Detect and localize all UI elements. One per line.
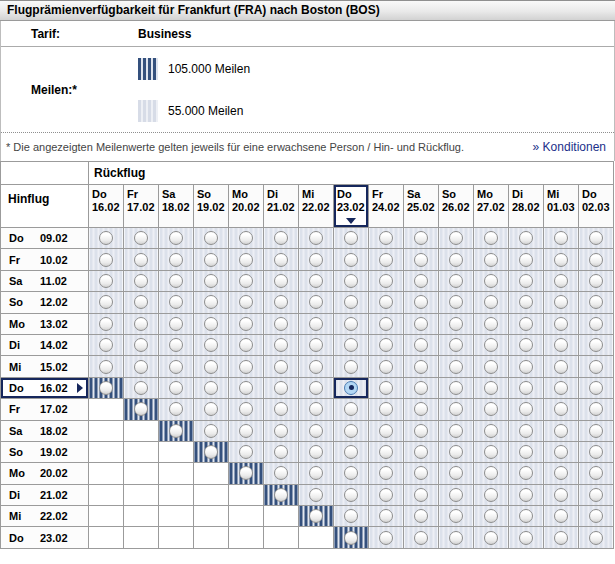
availability-cell-55000[interactable] (264, 356, 299, 377)
availability-cell-55000[interactable] (474, 270, 509, 291)
fare-radio[interactable] (99, 381, 113, 395)
fare-radio[interactable] (309, 253, 323, 267)
fare-radio[interactable] (414, 424, 428, 438)
availability-cell-55000[interactable] (579, 484, 614, 505)
availability-cell-55000[interactable] (404, 270, 439, 291)
availability-cell-55000[interactable] (474, 249, 509, 270)
availability-cell-55000[interactable] (229, 441, 264, 462)
fare-radio[interactable] (204, 253, 218, 267)
fare-radio[interactable] (379, 295, 393, 309)
availability-cell-55000[interactable] (439, 292, 474, 313)
availability-cell-55000[interactable] (509, 506, 544, 527)
fare-radio[interactable] (309, 274, 323, 288)
fare-radio[interactable] (204, 360, 218, 374)
fare-radio[interactable] (484, 445, 498, 459)
fare-radio[interactable] (344, 360, 358, 374)
availability-cell-55000[interactable] (159, 292, 194, 313)
availability-cell-55000[interactable] (404, 399, 439, 420)
fare-radio[interactable] (519, 424, 533, 438)
fare-radio[interactable] (484, 253, 498, 267)
outbound-date-header-mo-1302[interactable]: Mo13.02 (1, 313, 89, 334)
fare-radio[interactable] (169, 295, 183, 309)
outbound-date-header-do-0902[interactable]: Do09.02 (1, 228, 89, 249)
availability-cell-55000[interactable] (124, 292, 159, 313)
fare-radio[interactable] (379, 402, 393, 416)
fare-radio[interactable] (239, 445, 253, 459)
fare-radio[interactable] (519, 253, 533, 267)
fare-radio[interactable] (449, 466, 463, 480)
availability-cell-105000[interactable] (159, 420, 194, 441)
fare-radio[interactable] (449, 509, 463, 523)
availability-cell-selected[interactable] (334, 377, 369, 398)
fare-radio[interactable] (484, 317, 498, 331)
fare-radio[interactable] (414, 466, 428, 480)
availability-cell-55000[interactable] (299, 249, 334, 270)
availability-cell-55000[interactable] (264, 463, 299, 484)
availability-cell-55000[interactable] (404, 506, 439, 527)
availability-cell-105000[interactable] (334, 527, 369, 548)
fare-radio[interactable] (379, 274, 393, 288)
availability-cell-55000[interactable] (229, 228, 264, 249)
fare-radio[interactable] (449, 488, 463, 502)
fare-radio[interactable] (309, 295, 323, 309)
availability-cell-55000[interactable] (229, 249, 264, 270)
availability-cell-55000[interactable] (299, 399, 334, 420)
availability-cell-55000[interactable] (579, 463, 614, 484)
fare-radio[interactable] (589, 360, 603, 374)
fare-radio[interactable] (484, 338, 498, 352)
availability-cell-55000[interactable] (369, 484, 404, 505)
fare-radio[interactable] (519, 488, 533, 502)
fare-radio[interactable] (449, 231, 463, 245)
availability-cell-55000[interactable] (124, 270, 159, 291)
fare-radio[interactable] (274, 402, 288, 416)
return-date-header-fr-1702[interactable]: Fr17.02 (124, 185, 159, 228)
availability-cell-55000[interactable] (334, 484, 369, 505)
availability-cell-55000[interactable] (474, 377, 509, 398)
availability-cell-55000[interactable] (579, 527, 614, 548)
availability-cell-55000[interactable] (334, 228, 369, 249)
availability-cell-55000[interactable] (369, 377, 404, 398)
availability-cell-55000[interactable] (369, 334, 404, 355)
return-date-header-di-2102[interactable]: Di21.02 (264, 185, 299, 228)
fare-radio[interactable] (589, 488, 603, 502)
fare-radio[interactable] (519, 381, 533, 395)
availability-cell-55000[interactable] (474, 334, 509, 355)
availability-cell-55000[interactable] (194, 420, 229, 441)
fare-radio[interactable] (134, 360, 148, 374)
availability-cell-55000[interactable] (544, 292, 579, 313)
fare-radio[interactable] (519, 402, 533, 416)
availability-cell-55000[interactable] (334, 356, 369, 377)
availability-cell-55000[interactable] (544, 527, 579, 548)
fare-radio[interactable] (309, 360, 323, 374)
availability-cell-55000[interactable] (194, 313, 229, 334)
availability-cell-55000[interactable] (369, 270, 404, 291)
fare-radio[interactable] (274, 338, 288, 352)
fare-radio[interactable] (554, 466, 568, 480)
availability-cell-55000[interactable] (264, 249, 299, 270)
fare-radio[interactable] (344, 445, 358, 459)
fare-radio[interactable] (519, 531, 533, 545)
fare-radio[interactable] (239, 402, 253, 416)
availability-cell-55000[interactable] (509, 463, 544, 484)
fare-radio[interactable] (274, 381, 288, 395)
availability-cell-55000[interactable] (299, 441, 334, 462)
fare-radio[interactable] (99, 274, 113, 288)
availability-cell-105000[interactable] (89, 377, 124, 398)
fare-radio[interactable] (239, 424, 253, 438)
fare-radio[interactable] (554, 274, 568, 288)
fare-radio[interactable] (379, 488, 393, 502)
fare-radio[interactable] (379, 253, 393, 267)
fare-radio[interactable] (134, 381, 148, 395)
return-date-header-do-0203[interactable]: Do02.03 (579, 185, 614, 228)
availability-cell-55000[interactable] (509, 249, 544, 270)
availability-cell-55000[interactable] (334, 506, 369, 527)
fare-radio[interactable] (274, 424, 288, 438)
availability-cell-55000[interactable] (369, 292, 404, 313)
fare-radio[interactable] (449, 317, 463, 331)
fare-radio[interactable] (484, 488, 498, 502)
fare-radio[interactable] (134, 253, 148, 267)
fare-radio[interactable] (134, 274, 148, 288)
availability-cell-55000[interactable] (194, 334, 229, 355)
fare-radio[interactable] (379, 338, 393, 352)
fare-radio[interactable] (204, 381, 218, 395)
